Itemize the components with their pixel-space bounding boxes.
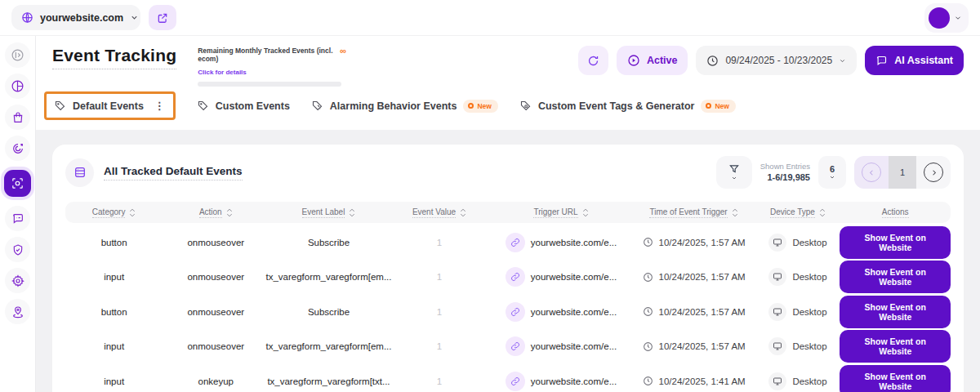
link-icon[interactable]	[506, 267, 525, 287]
column-header-action[interactable]: Action	[163, 207, 269, 218]
cell-trigger-url: yourwebsite.com/e...	[490, 267, 631, 287]
tracking-status-label: Active	[647, 55, 678, 66]
show-event-on-website-button[interactable]: Show Event on Website	[840, 226, 951, 259]
link-icon[interactable]	[506, 302, 525, 322]
cell-device-type: Desktop	[755, 337, 840, 355]
show-event-on-website-button[interactable]: Show Event on Website	[840, 261, 951, 293]
sidebar-item-security[interactable]	[5, 237, 30, 262]
column-header-time[interactable]: Time of Event Trigger	[632, 207, 756, 218]
cell-device-type: Desktop	[755, 268, 840, 286]
kebab-menu-icon[interactable]: ⋮	[154, 100, 166, 112]
sidebar-toggle-icon[interactable]	[5, 42, 30, 68]
open-website-button[interactable]	[149, 5, 176, 30]
cell-event-label: tx_varegform_varegform[em...	[269, 341, 388, 351]
show-event-on-website-button[interactable]: Show Event on Website	[840, 365, 951, 392]
column-header-actions: Actions	[840, 207, 951, 218]
clock-icon	[643, 237, 653, 247]
sidebar-item-settings[interactable]	[5, 268, 30, 293]
previous-page-button[interactable]	[862, 163, 881, 182]
page-size-selector[interactable]: 6	[818, 156, 846, 189]
tab-alarming-behavior-events[interactable]: Alarming Behavior Events New	[311, 100, 498, 113]
cell-device-type: Desktop	[755, 234, 840, 252]
top-bar: yourwebsite.com	[0, 0, 980, 36]
play-circle-icon	[627, 54, 640, 67]
sidebar-item-chat[interactable]	[5, 206, 30, 231]
cell-trigger-url: yourwebsite.com/e...	[490, 302, 631, 322]
desktop-icon	[768, 234, 786, 252]
desktop-icon	[768, 303, 786, 321]
sort-icon	[819, 208, 826, 217]
cell-trigger-url: yourwebsite.com/e...	[490, 372, 631, 391]
column-header-device-type[interactable]: Device Type	[755, 207, 840, 218]
chat-bubble-icon	[875, 55, 888, 67]
main-area: Event Tracking Remaining Monthly Tracked…	[36, 36, 980, 392]
date-range-picker[interactable]: 09/24/2025 - 10/23/2025	[696, 46, 857, 75]
current-page-number[interactable]: 1	[889, 156, 916, 189]
shown-entries: Shown Entries 1-6/19,985	[760, 162, 810, 184]
sidebar-item-dashboard[interactable]	[5, 74, 30, 99]
cell-category: input	[65, 272, 163, 282]
cell-time: 10/24/2025, 1:57 AM	[632, 237, 756, 247]
sidebar-item-performance[interactable]	[5, 136, 30, 161]
cell-action: onmouseover	[163, 307, 269, 317]
badge-dot-icon	[468, 103, 474, 109]
table-column-headers: Category Action Event Label Event Value …	[65, 202, 951, 223]
external-link-icon	[157, 12, 168, 24]
link-icon[interactable]	[506, 372, 525, 391]
cell-event-value: 1	[389, 272, 491, 282]
pagination: 1	[854, 156, 951, 189]
shown-entries-value: 1-6/19,985	[760, 172, 810, 183]
link-icon[interactable]	[506, 336, 525, 356]
table-header: All Tracked Default Events Shown Entries…	[65, 156, 951, 189]
cell-event-value: 1	[389, 376, 491, 386]
page-size-value: 6	[830, 164, 835, 174]
tab-custom-events[interactable]: Custom Events	[197, 100, 290, 112]
desktop-icon	[768, 337, 786, 355]
tag-alert-icon	[311, 100, 323, 112]
filter-button[interactable]	[716, 156, 752, 189]
sidebar-item-location[interactable]	[5, 299, 30, 324]
new-badge: New	[701, 100, 735, 113]
clock-icon	[643, 376, 653, 386]
user-menu[interactable]	[924, 3, 969, 33]
column-header-event-label[interactable]: Event Label	[269, 207, 388, 218]
cell-trigger-url: yourwebsite.com/e...	[490, 233, 631, 252]
cell-actions: Show Event on Website	[840, 226, 951, 259]
desktop-icon	[768, 372, 786, 390]
column-header-category[interactable]: Category	[65, 207, 163, 218]
column-header-event-value[interactable]: Event Value	[389, 207, 491, 218]
ai-assistant-label: AI Assistant	[894, 55, 953, 66]
database-icon	[65, 158, 94, 187]
page-title: Event Tracking	[52, 46, 176, 69]
ai-assistant-button[interactable]: AI Assistant	[865, 46, 964, 75]
tab-label: Custom Events	[216, 100, 290, 112]
refresh-button[interactable]	[578, 46, 608, 75]
sort-icon	[349, 208, 355, 217]
table-row: button onmouseover Subscribe 1 yourwebsi…	[65, 225, 951, 260]
website-selector[interactable]: yourwebsite.com	[11, 5, 140, 30]
column-header-trigger-url[interactable]: Trigger URL	[490, 207, 631, 218]
chevron-down-icon	[829, 174, 835, 180]
tab-label: Default Events	[73, 100, 144, 112]
remaining-events-widget: Remaining Monthly Tracked Events (incl. …	[198, 46, 346, 87]
show-event-on-website-button[interactable]: Show Event on Website	[840, 296, 951, 328]
sidebar-item-ecommerce[interactable]	[5, 105, 30, 130]
show-event-on-website-button[interactable]: Show Event on Website	[840, 330, 951, 363]
sidebar-item-event-tracking[interactable]	[4, 170, 31, 197]
cell-event-label: Subscribe	[269, 238, 388, 247]
click-for-details-link[interactable]: Click for details	[198, 69, 247, 76]
next-page-button[interactable]	[924, 163, 943, 182]
globe-icon	[21, 11, 33, 24]
tab-custom-event-tags-generator[interactable]: Custom Event Tags & Generator New	[519, 100, 736, 113]
cell-category: input	[65, 341, 163, 351]
pagination-next-zone	[916, 156, 951, 189]
tab-default-events[interactable]: Default Events	[54, 100, 144, 112]
clock-icon	[706, 55, 719, 67]
tracking-status-button[interactable]: Active	[617, 46, 688, 75]
page-header: Event Tracking Remaining Monthly Tracked…	[36, 36, 980, 90]
cell-category: button	[65, 238, 163, 247]
cell-time: 10/24/2025, 1:57 AM	[632, 306, 756, 317]
desktop-icon	[768, 268, 786, 286]
cell-event-label: Subscribe	[269, 307, 388, 317]
link-icon[interactable]	[506, 233, 525, 252]
